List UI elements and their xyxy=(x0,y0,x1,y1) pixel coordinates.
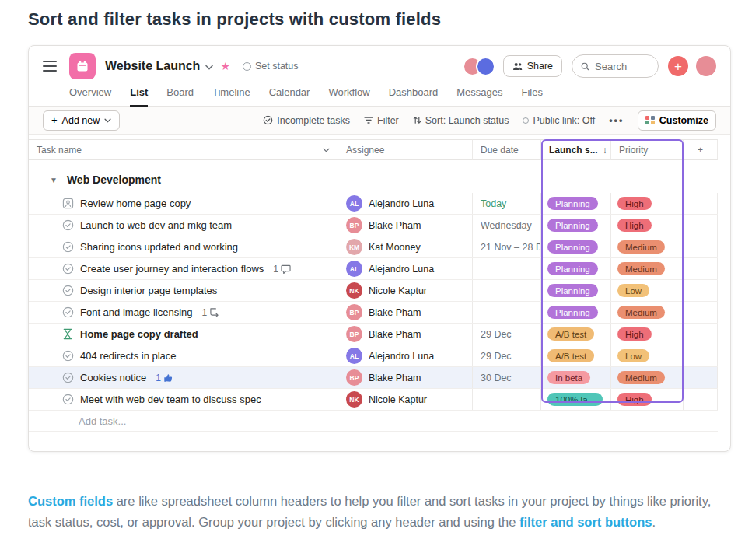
assignee-cell[interactable]: BP Blake Pham xyxy=(338,324,473,345)
assignee-cell[interactable]: NK Nicole Kaptur xyxy=(338,280,473,301)
assignee-cell[interactable]: BP Blake Pham xyxy=(338,215,473,236)
status-badge[interactable]: Planning xyxy=(547,306,598,319)
share-button[interactable]: Share xyxy=(503,55,562,77)
task-status-icon[interactable] xyxy=(61,285,74,297)
due-date[interactable] xyxy=(473,280,541,301)
launch-status-cell[interactable]: Planning xyxy=(541,215,611,236)
priority-badge[interactable]: Low xyxy=(617,349,649,362)
status-badge[interactable]: Planning xyxy=(547,262,598,275)
column-header-priority[interactable]: Priority xyxy=(611,139,684,160)
project-calendar-icon[interactable] xyxy=(69,53,96,79)
table-row[interactable]: 404 redirects in place AL Alejandro Luna… xyxy=(29,345,718,367)
priority-cell[interactable]: High xyxy=(611,324,684,345)
task-status-icon[interactable] xyxy=(61,198,74,210)
status-badge[interactable]: Planning xyxy=(547,197,598,210)
launch-status-cell[interactable]: 100% la... xyxy=(541,389,611,410)
incomplete-tasks-filter[interactable]: Incomplete tasks xyxy=(263,115,350,126)
collapse-triangle-icon[interactable]: ▼ xyxy=(50,176,58,184)
status-badge[interactable]: A/B test xyxy=(547,327,594,341)
assignee-cell[interactable]: BP Blake Pham xyxy=(338,367,473,388)
priority-badge[interactable]: High xyxy=(617,197,652,210)
task-status-icon[interactable] xyxy=(61,219,74,232)
priority-cell[interactable]: Low xyxy=(611,345,684,366)
due-date[interactable] xyxy=(473,302,541,323)
task-status-icon[interactable] xyxy=(61,372,74,384)
status-badge[interactable]: Planning xyxy=(547,240,598,254)
status-badge[interactable]: In beta xyxy=(547,371,590,384)
task-status-icon[interactable] xyxy=(61,350,74,362)
priority-cell[interactable]: Medium xyxy=(611,258,684,279)
column-header-launch-status[interactable]: Launch s... ↓ xyxy=(541,139,611,160)
filter-button[interactable]: Filter xyxy=(364,115,399,126)
launch-status-cell[interactable]: Planning xyxy=(541,236,611,257)
sort-button[interactable]: Sort: Launch status xyxy=(413,115,509,126)
launch-status-cell[interactable]: A/B test xyxy=(541,324,611,345)
collaborator-facepile[interactable] xyxy=(463,57,495,76)
chevron-down-icon[interactable] xyxy=(205,59,213,73)
table-row[interactable]: Create user journey and interaction flow… xyxy=(29,258,718,280)
customize-button[interactable]: Customize xyxy=(638,110,716,131)
priority-cell[interactable]: Medium xyxy=(611,302,684,323)
table-row[interactable]: Meet with web dev team to discuss spec N… xyxy=(29,389,718,411)
set-status-button[interactable]: Set status xyxy=(243,61,299,72)
due-date[interactable] xyxy=(473,389,541,410)
due-date[interactable]: 29 Dec xyxy=(473,345,541,366)
status-badge[interactable]: A/B test xyxy=(547,349,594,362)
status-badge[interactable]: Planning xyxy=(547,284,598,297)
launch-status-cell[interactable]: Planning xyxy=(541,193,611,214)
task-status-icon[interactable] xyxy=(61,263,74,275)
due-date[interactable]: 21 Nov – 28 Dec xyxy=(473,236,541,257)
assignee-cell[interactable]: BP Blake Pham xyxy=(338,302,473,323)
search-bar[interactable] xyxy=(572,54,659,78)
profile-avatar[interactable] xyxy=(696,56,716,76)
table-row[interactable]: Design interior page templates NK Nicole… xyxy=(29,280,718,302)
tab-dashboard[interactable]: Dashboard xyxy=(389,86,439,106)
task-status-icon[interactable] xyxy=(61,306,74,319)
table-row[interactable]: Launch to web dev and mkg team BP Blake … xyxy=(29,215,718,236)
tab-board[interactable]: Board xyxy=(166,86,194,106)
priority-cell[interactable]: Medium xyxy=(611,236,684,257)
due-date[interactable]: Wednesday xyxy=(473,215,541,236)
table-row[interactable]: Sharing icons updated and working KM Kat… xyxy=(29,236,718,258)
tab-messages[interactable]: Messages xyxy=(456,86,502,106)
table-row[interactable]: Font and image licensing 1 BP Blake Pham… xyxy=(29,302,718,324)
tab-list[interactable]: List xyxy=(130,86,148,106)
add-column-button[interactable]: + xyxy=(684,139,718,160)
assignee-cell[interactable]: KM Kat Mooney xyxy=(338,236,473,257)
add-new-button[interactable]: + Add new xyxy=(43,110,120,131)
priority-badge[interactable]: Low xyxy=(617,284,649,297)
assignee-cell[interactable]: AL Alejandro Luna xyxy=(338,193,473,214)
priority-badge[interactable]: Medium xyxy=(617,306,665,319)
tab-workflow[interactable]: Workflow xyxy=(328,86,369,106)
due-date[interactable]: Today xyxy=(473,193,541,214)
launch-status-cell[interactable]: In beta xyxy=(541,367,611,388)
due-date[interactable]: 30 Dec xyxy=(473,367,541,388)
priority-badge[interactable]: Medium xyxy=(617,371,665,384)
tab-calendar[interactable]: Calendar xyxy=(269,86,310,106)
create-button[interactable]: + xyxy=(668,56,688,76)
section-header-web-development[interactable]: ▼ Web Development xyxy=(29,166,718,193)
column-header-task-name[interactable]: Task name xyxy=(29,139,338,160)
priority-cell[interactable]: High xyxy=(611,389,684,410)
task-status-icon[interactable] xyxy=(61,394,74,406)
favorite-star-icon[interactable]: ★ xyxy=(220,60,230,72)
task-status-icon[interactable] xyxy=(61,241,74,254)
due-date[interactable] xyxy=(473,258,541,279)
priority-badge[interactable]: High xyxy=(617,393,652,406)
priority-cell[interactable]: Medium xyxy=(611,367,684,388)
tab-files[interactable]: Files xyxy=(522,86,543,106)
tab-timeline[interactable]: Timeline xyxy=(212,86,250,106)
launch-status-cell[interactable]: Planning xyxy=(541,302,611,323)
table-row[interactable]: Cookies notice 1 BP Blake Pham 30 Dec In… xyxy=(29,367,718,389)
tab-overview[interactable]: Overview xyxy=(69,86,111,106)
launch-status-cell[interactable]: A/B test xyxy=(541,345,611,366)
priority-badge[interactable]: High xyxy=(617,327,652,341)
more-options-button[interactable]: ••• xyxy=(609,115,624,126)
search-input[interactable] xyxy=(595,61,649,72)
priority-badge[interactable]: Medium xyxy=(617,240,665,254)
column-header-due-date[interactable]: Due date xyxy=(473,139,541,160)
priority-cell[interactable]: High xyxy=(611,193,684,214)
status-badge[interactable]: 100% la... xyxy=(547,393,603,406)
due-date[interactable]: 29 Dec xyxy=(473,324,541,345)
table-row[interactable]: Home page copy drafted BP Blake Pham 29 … xyxy=(29,324,718,345)
